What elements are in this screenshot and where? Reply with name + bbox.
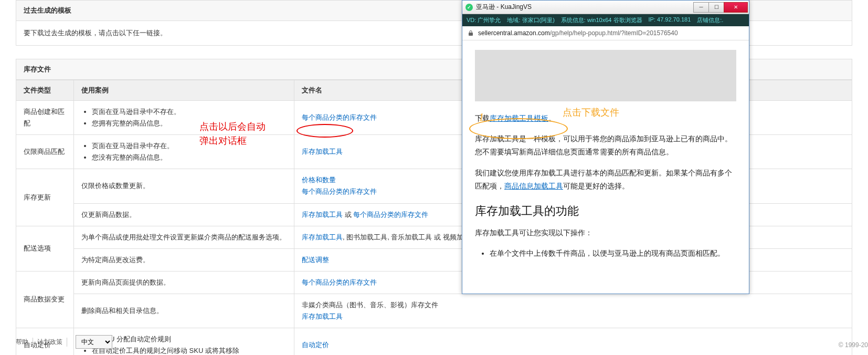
file-link[interactable]: 库存加载工具	[302, 312, 343, 320]
page-footer: 帮助 计划政策 中文	[16, 335, 868, 349]
use-cell: 为特定商品更改运费。	[74, 248, 294, 271]
file-link[interactable]: 库存加载工具	[302, 233, 343, 241]
col-header-use: 使用案例	[74, 80, 294, 101]
use-item: 页面在亚马逊目录中不存在。	[92, 106, 287, 118]
type-cell: 库存更新	[16, 169, 74, 226]
col-header-type: 文件类型	[16, 80, 74, 101]
popup-urlbar: sellercentral.amazon.com/gp/help/help-po…	[462, 26, 749, 40]
popup-p3: 我们建议您使用库存加载工具进行基本的商品匹配和更新。如果某个商品有多个匹配项，商…	[475, 166, 736, 193]
footer-lang-select[interactable]: 中文	[76, 335, 112, 349]
type-cell: 仅限商品匹配	[16, 135, 74, 169]
use-cell: 删除商品和相关目录信息。	[74, 294, 294, 328]
popup-list: 在单个文件中上传数千件商品，以便与亚马逊上的现有商品页面相匹配。	[475, 247, 736, 260]
file-link[interactable]: 每个商品分类的库存文件	[353, 211, 428, 218]
file-link[interactable]: 配送调整	[302, 256, 329, 264]
annotation-orange-text: 点击下载文件	[563, 106, 619, 119]
footer-plan-link[interactable]: 计划政策	[37, 338, 67, 347]
annotation-red-text: 点击以后会自动 弹出对话框	[199, 120, 266, 148]
popup-h2: 库存加载工具的功能	[475, 203, 736, 219]
popup-li1: 在单个文件中上传数千件商品，以便与亚马逊上的现有商品页面相匹配。	[490, 247, 736, 260]
popup-infobar: VD: 广州挚允 地域: 张家口(阿里) 系统信息: win10x64 谷歌浏览…	[462, 14, 749, 26]
use-cell: 仅限价格或数量更新。	[74, 169, 294, 203]
annotation-red-oval	[297, 124, 353, 138]
maximize-button[interactable]: ☐	[708, 2, 724, 13]
type-cell: 商品创建和匹配	[16, 101, 74, 135]
type-cell: 商品数据变更	[16, 271, 74, 328]
popup-p4: 库存加载工具可让您实现以下操作：	[475, 226, 736, 239]
popup-titlebar[interactable]: ✓ 亚马逊 - KuaJingVS ─ ☐ ✕	[462, 1, 749, 14]
footer-help-link[interactable]: 帮助	[16, 338, 33, 347]
close-button[interactable]: ✕	[724, 2, 748, 13]
minimize-button[interactable]: ─	[693, 2, 709, 13]
use-cell: 为单个商品或使用批处理文件设置更新媒介类商品的配送服务选项。	[74, 226, 294, 248]
file-link[interactable]: 每个商品分类的库存文件	[302, 113, 377, 121]
use-cell: 更新向商品页面提供的数据。	[74, 271, 294, 294]
file-link[interactable]: 库存加载工具	[302, 211, 343, 218]
popup-gray-placeholder	[475, 50, 736, 101]
popup-content[interactable]: 下载库存加载工具模板。 库存加载工具是一种模板，可以用于将您的商品添加到亚马逊上…	[462, 40, 749, 291]
popup-title: 亚马逊 - KuaJingVS	[476, 3, 694, 12]
product-info-tool-link[interactable]: 商品信息加载工具	[504, 182, 563, 190]
file-link[interactable]: 每个商品分类的库存文件	[302, 187, 377, 195]
url-domain: sellercentral.amazon.com	[478, 29, 550, 37]
url-path: /gp/help/help-popup.html/?itemID=2015765…	[550, 29, 678, 37]
type-cell: 配送选项	[16, 226, 74, 271]
lock-icon	[468, 30, 474, 36]
app-icon: ✓	[465, 4, 473, 11]
use-cell: 仅更新商品数据。	[74, 203, 294, 226]
file-link[interactable]: 每个商品分类的库存文件	[302, 278, 377, 286]
name-cell: 非媒介类商品（图书、音乐、影视）库存文件库存加载工具	[294, 294, 852, 328]
table-row: 删除商品和相关目录信息。非媒介类商品（图书、音乐、影视）库存文件库存加载工具	[16, 294, 852, 328]
annotation-orange-oval	[469, 118, 568, 139]
footer-copyright: © 1999-20	[839, 341, 868, 349]
file-link[interactable]: 价格和数量	[302, 176, 336, 184]
popup-window: ✓ 亚马逊 - KuaJingVS ─ ☐ ✕ VD: 广州挚允 地域: 张家口…	[462, 0, 749, 294]
use-item: 您没有完整的商品信息。	[92, 152, 287, 163]
file-link[interactable]: 库存加载工具	[302, 148, 343, 155]
